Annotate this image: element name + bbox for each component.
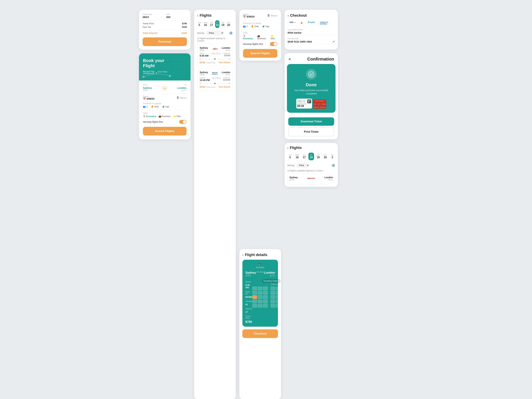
- checkout-card: ‹ Checkout VISA ●● ●● P PayPal AMERICANE…: [285, 10, 338, 50]
- ticket-preview: SYDNEY / SYD LONDON / LCY: [290, 99, 332, 109]
- sf-class-label: Class: [243, 32, 277, 34]
- sf-class-economy[interactable]: 🪑 Economy: [243, 35, 255, 40]
- mini-date-sat[interactable]: Sat19: [315, 153, 321, 160]
- return-date[interactable]: 🗓Return: [177, 96, 187, 99]
- proceed-button[interactable]: Procceed: [143, 38, 187, 46]
- sf-return-date[interactable]: 🗓Return: [267, 14, 277, 17]
- mini-filter-icon[interactable]: ⚙️: [331, 164, 335, 167]
- svg-rect-16: [310, 102, 310, 103]
- mini-date-thu[interactable]: Thu17: [301, 153, 307, 160]
- mini-date-picker: Tue5 Wed16 Thu17 Fri18 Sat19 Sun20 Mo2: [287, 153, 335, 160]
- swap-icon[interactable]: [162, 85, 168, 91]
- class-label: Class: [143, 112, 187, 114]
- mini-date-fri[interactable]: Fri18: [308, 153, 314, 160]
- date-tue-5[interactable]: Tue5: [197, 20, 202, 28]
- confirm-teal-panel: Done Your ticket purchase successfully c…: [287, 64, 336, 113]
- fd-to-code: (LCY): [264, 274, 275, 277]
- confirmation-title: Confirmation: [307, 57, 334, 62]
- fd-teal-panel: 🦅 Emirates Sydney (SYD) 23h 25m London (…: [242, 260, 278, 327]
- fl1-depart-time: 8:30 AM: [200, 54, 209, 57]
- sf-class-elite[interactable]: ⭐ Elite: [271, 35, 277, 40]
- checkout-back-arrow[interactable]: ‹: [288, 14, 289, 18]
- fl1-airline: EMIRATES: [212, 47, 218, 51]
- card-number-label: Card Number: [288, 38, 335, 40]
- checkout-button[interactable]: Checkout: [242, 329, 278, 338]
- date-fri-18[interactable]: Fri18: [215, 20, 219, 28]
- fd-back-arrow[interactable]: ‹: [242, 253, 244, 257]
- class-economy[interactable]: 🪑 Economy: [143, 115, 156, 118]
- date-wed-16[interactable]: Wed16: [203, 20, 208, 28]
- sf-search-btn[interactable]: Search Flights: [243, 49, 277, 58]
- amex-badge[interactable]: AMERICANEXPRESS: [318, 20, 330, 26]
- visa-badge[interactable]: VISA ●●: [288, 20, 298, 26]
- fd-price-label: Ticket Price: [245, 315, 252, 319]
- print-ticket-button[interactable]: Print Ticket: [288, 127, 334, 136]
- cvv-label: CVV: [166, 13, 187, 15]
- class-elite[interactable]: ⭐ Elite: [173, 115, 181, 118]
- card-number-value[interactable]: 8545 5131 8455 1564 ✔: [288, 40, 335, 44]
- mini-date-wed[interactable]: Wed16: [294, 153, 300, 160]
- fd-traveller: 01: [245, 303, 252, 306]
- flights-list-card: ‹ Flights Tue5 Wed16 Thu17 Fri18 Sat19 S…: [194, 10, 236, 399]
- mini-back-arrow[interactable]: ‹: [287, 146, 288, 150]
- search-flights-button[interactable]: Search Flights: [143, 127, 187, 135]
- date-picker: Tue5 Wed16 Thu17 Fri18 Sat19 Sun20 Mo2: [197, 20, 233, 28]
- sf-depart-label: Depart: [243, 13, 254, 15]
- back-arrow-icon[interactable]: ‹: [197, 14, 198, 18]
- fl1-view-details[interactable]: View Details: [219, 61, 230, 64]
- fl2-from-code: (SYD): [200, 74, 208, 76]
- fl1-to-city: London: [222, 47, 230, 49]
- fl2-depart-time: 12:45 PM: [200, 79, 210, 82]
- mini-date-mo[interactable]: Mo2: [329, 153, 335, 160]
- fd-to-city: London: [264, 271, 275, 274]
- fl2-view-details[interactable]: View Details: [219, 86, 230, 88]
- economy-class-badge[interactable]: Economy Class ▾: [262, 279, 281, 283]
- fl2-flight-no: BA5069: [223, 79, 230, 81]
- mini-date-tue[interactable]: Tue5: [287, 153, 293, 160]
- sf-nonstop-toggle[interactable]: [270, 42, 277, 46]
- fd-from-city: Sydney: [245, 271, 256, 274]
- fd-traveller-label: Traveller: [245, 300, 252, 302]
- pax-kids: 👶 Kids: [151, 105, 158, 108]
- depart-date[interactable]: 📅 6/08/20: [143, 97, 154, 100]
- seat-select-label: Select a seat: [252, 284, 281, 285]
- filter-icon[interactable]: ⚙️: [229, 31, 233, 35]
- download-ticket-button[interactable]: Download Ticket: [288, 117, 334, 126]
- sf-depart-date[interactable]: 📅 6/08/20: [243, 15, 254, 18]
- sf-pax-kgs: 🧳 Kgs: [262, 25, 269, 28]
- one-way-tab[interactable]: One-Way: [158, 70, 167, 74]
- mini-fl-from: Sydney: [289, 176, 298, 179]
- fl2-price: $750: [200, 85, 205, 88]
- sf-class-business[interactable]: 💼 Business: [257, 35, 268, 40]
- date-thu-17[interactable]: Thu17: [209, 20, 214, 28]
- fl1-duration: 23 h 25 m: [212, 52, 221, 55]
- fd-from-code: (SYD): [245, 274, 256, 277]
- date-sun-20[interactable]: Sun20: [226, 20, 231, 28]
- ticket-red: RIFAT SARKAR SYD → LCY EK008 SEAT 17A RO…: [313, 100, 326, 109]
- class-business[interactable]: 💼 Business: [158, 115, 171, 118]
- mini-flights-title: Flights: [290, 146, 302, 150]
- fare-tax-label: Fare Tax: [143, 26, 151, 28]
- nonstop-toggle[interactable]: [179, 120, 187, 124]
- close-icon[interactable]: ✕: [288, 57, 291, 61]
- from-label: From: [143, 84, 160, 86]
- card-holder-value[interactable]: Rifat Sarkar: [288, 31, 335, 35]
- date-sat-19[interactable]: Sat19: [221, 20, 225, 28]
- fl1-price: $790: [200, 61, 205, 64]
- fd-duration: 23h 25m: [257, 271, 264, 273]
- flights-title: Flights: [200, 13, 212, 18]
- date-mo[interactable]: Mo2: [232, 20, 233, 28]
- sort-select[interactable]: Price Duration Departure: [206, 31, 224, 35]
- fl1-from-city: Sydney: [200, 47, 208, 49]
- fl2-to-city: London: [222, 71, 230, 74]
- pax-kgs: 🧳 Kgs: [162, 105, 169, 108]
- mini-date-sun[interactable]: Sun20: [322, 153, 328, 160]
- paypal-badge[interactable]: P PayPal: [306, 20, 317, 26]
- search-filter-card: Depart 📅 6/08/20 🗓Return Passenger & Lug…: [239, 10, 281, 61]
- svg-rect-12: [309, 100, 310, 101]
- sf-nonstop-label: Nonstop flights first: [243, 43, 263, 45]
- mini-sort-select[interactable]: Price: [296, 163, 309, 168]
- fd-flight-no-label: Flight No: [245, 291, 252, 295]
- mastercard-badge[interactable]: ●●: [299, 20, 305, 26]
- fd-depart-label: Depart: [245, 281, 251, 283]
